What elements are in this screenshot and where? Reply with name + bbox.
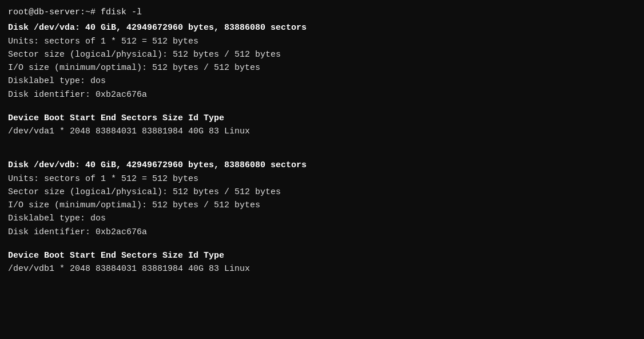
vdb-disk-identifier: Disk identifier: 0xb2ac676a: [8, 226, 636, 239]
gap-2: [8, 138, 636, 148]
gap-1: [8, 101, 636, 112]
gap-4: [8, 239, 636, 249]
prompt-text: root@db-server:~# fdisk -l: [8, 7, 142, 17]
vdb-disklabel-type: Disklabel type: dos: [8, 212, 636, 225]
vdb-partition: /dev/vdb1 * 2048 83884031 83881984 40G 8…: [8, 262, 636, 275]
vda-table-header: Device Boot Start End Sectors Size Id Ty…: [8, 112, 636, 125]
terminal-window: root@db-server:~# fdisk -l Disk /dev/vda…: [0, 0, 644, 339]
vda-partition: /dev/vda1 * 2048 83884031 83881984 40G 8…: [8, 125, 636, 138]
vdb-table-header: Device Boot Start End Sectors Size Id Ty…: [8, 249, 636, 262]
vda-disk-header: Disk /dev/vda: 40 GiB, 42949672960 bytes…: [8, 21, 636, 34]
vdb-units: Units: sectors of 1 * 512 = 512 bytes: [8, 172, 636, 186]
vda-sector-size: Sector size (logical/physical): 512 byte…: [8, 48, 636, 61]
vdb-sector-size: Sector size (logical/physical): 512 byte…: [8, 186, 636, 199]
vda-units: Units: sectors of 1 * 512 = 512 bytes: [8, 35, 636, 48]
vda-disklabel-type: Disklabel type: dos: [8, 74, 636, 88]
gap-3: [8, 148, 636, 159]
vda-io-size: I/O size (minimum/optimal): 512 bytes / …: [8, 61, 636, 74]
vdb-disk-header: Disk /dev/vdb: 40 GiB, 42949672960 bytes…: [8, 159, 636, 172]
vda-disk-identifier: Disk identifier: 0xb2ac676a: [8, 88, 636, 101]
prompt-line: root@db-server:~# fdisk -l: [8, 6, 636, 19]
vdb-io-size: I/O size (minimum/optimal): 512 bytes / …: [8, 199, 636, 212]
